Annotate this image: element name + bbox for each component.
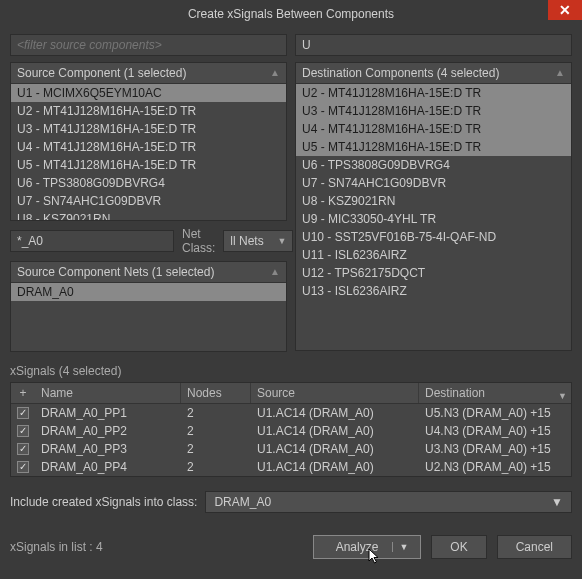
analyze-button[interactable]: Analyze▼ [313, 535, 422, 559]
list-item[interactable]: U5 - MT41J128M16HA-15E:D TR [296, 138, 571, 156]
net-filter-input[interactable] [10, 230, 174, 252]
xsignals-table[interactable]: + Name Nodes Source Destination ▼ ✓DRAM_… [10, 382, 572, 477]
cell-source: U1.AC14 (DRAM_A0) [251, 423, 419, 439]
source-component-header: Source Component (1 selected)▲ [11, 63, 286, 84]
window-title: Create xSignals Between Components [188, 7, 394, 21]
col-destination[interactable]: Destination [419, 383, 571, 403]
dest-filter-input[interactable] [295, 34, 572, 56]
dest-component-header: Destination Components (4 selected)▲ [296, 63, 571, 84]
include-class-combo[interactable]: DRAM_A0▼ [205, 491, 572, 513]
sort-icon: ▲ [555, 67, 565, 78]
chevron-down-icon: ▼ [551, 495, 563, 509]
checkbox[interactable]: ✓ [17, 461, 29, 473]
source-filter-input[interactable] [10, 34, 287, 56]
xsignals-count: xSignals in list : 4 [10, 540, 103, 554]
cancel-button[interactable]: Cancel [497, 535, 572, 559]
table-row[interactable]: ✓DRAM_A0_PP22U1.AC14 (DRAM_A0)U4.N3 (DRA… [11, 422, 571, 440]
cell-nodes: 2 [181, 405, 251, 421]
sort-icon: ▲ [270, 266, 280, 277]
xsignals-label: xSignals (4 selected) [10, 362, 572, 382]
source-nets-header: Source Component Nets (1 selected)▲ [11, 262, 286, 283]
cell-dest: U3.N3 (DRAM_A0) +15 [419, 441, 571, 457]
close-button[interactable]: ✕ [548, 0, 582, 20]
sort-icon: ▲ [270, 67, 280, 78]
col-check[interactable]: + [11, 383, 35, 403]
cell-source: U1.AC14 (DRAM_A0) [251, 459, 419, 475]
list-item[interactable]: U4 - MT41J128M16HA-15E:D TR [296, 120, 571, 138]
checkbox[interactable]: ✓ [17, 407, 29, 419]
table-row[interactable]: ✓DRAM_A0_PP12U1.AC14 (DRAM_A0)U5.N3 (DRA… [11, 404, 571, 422]
table-header: + Name Nodes Source Destination ▼ [11, 383, 571, 404]
checkbox[interactable]: ✓ [17, 443, 29, 455]
dest-component-list[interactable]: Destination Components (4 selected)▲ U2 … [295, 62, 572, 351]
list-item[interactable]: U4 - MT41J128M16HA-15E:D TR [11, 138, 286, 156]
cell-name: DRAM_A0_PP4 [35, 459, 181, 475]
list-item[interactable]: DRAM_A0 [11, 283, 286, 301]
list-item[interactable]: U3 - MT41J128M16HA-15E:D TR [296, 102, 571, 120]
list-item[interactable]: U2 - MT41J128M16HA-15E:D TR [296, 84, 571, 102]
list-item[interactable]: U2 - MT41J128M16HA-15E:D TR [11, 102, 286, 120]
list-item[interactable]: U12 - TPS62175DQCT [296, 264, 571, 282]
list-item[interactable]: U8 - KSZ9021RN [11, 210, 286, 220]
cell-name: DRAM_A0_PP2 [35, 423, 181, 439]
list-item[interactable]: U13 - ISL6236AIRZ [296, 282, 571, 300]
cell-name: DRAM_A0_PP3 [35, 441, 181, 457]
list-item[interactable]: U1 - MCIMX6Q5EYM10AC [11, 84, 286, 102]
table-row[interactable]: ✓DRAM_A0_PP42U1.AC14 (DRAM_A0)U2.N3 (DRA… [11, 458, 571, 476]
checkbox[interactable]: ✓ [17, 425, 29, 437]
source-nets-list[interactable]: Source Component Nets (1 selected)▲ DRAM… [10, 261, 287, 352]
cell-nodes: 2 [181, 441, 251, 457]
list-item[interactable]: U6 - TPS3808G09DBVRG4 [11, 174, 286, 192]
col-nodes[interactable]: Nodes [181, 383, 251, 403]
cell-nodes: 2 [181, 423, 251, 439]
chevron-down-icon[interactable]: ▼ [392, 542, 408, 552]
cell-name: DRAM_A0_PP1 [35, 405, 181, 421]
list-item[interactable]: U7 - SN74AHC1G09DBVR [296, 174, 571, 192]
cell-dest: U4.N3 (DRAM_A0) +15 [419, 423, 571, 439]
list-item[interactable]: U10 - SST25VF016B-75-4I-QAF-ND [296, 228, 571, 246]
source-component-list[interactable]: Source Component (1 selected)▲ U1 - MCIM… [10, 62, 287, 221]
cell-source: U1.AC14 (DRAM_A0) [251, 441, 419, 457]
cell-dest: U2.N3 (DRAM_A0) +15 [419, 459, 571, 475]
cell-nodes: 2 [181, 459, 251, 475]
titlebar: Create xSignals Between Components ✕ [0, 0, 582, 28]
include-label: Include created xSignals into class: [10, 495, 197, 509]
cell-dest: U5.N3 (DRAM_A0) +15 [419, 405, 571, 421]
net-class-label: Net Class: [178, 227, 219, 255]
net-class-combo[interactable]: ll Nets▼ [223, 230, 293, 252]
list-item[interactable]: U5 - MT41J128M16HA-15E:D TR [11, 156, 286, 174]
list-item[interactable]: U7 - SN74AHC1G09DBVR [11, 192, 286, 210]
scroll-icon: ▼ [558, 391, 567, 401]
list-item[interactable]: U8 - KSZ9021RN [296, 192, 571, 210]
list-item[interactable]: U3 - MT41J128M16HA-15E:D TR [11, 120, 286, 138]
list-item[interactable]: U6 - TPS3808G09DBVRG4 [296, 156, 571, 174]
list-item[interactable]: U11 - ISL6236AIRZ [296, 246, 571, 264]
chevron-down-icon: ▼ [277, 236, 286, 246]
col-source[interactable]: Source [251, 383, 419, 403]
table-row[interactable]: ✓DRAM_A0_PP32U1.AC14 (DRAM_A0)U3.N3 (DRA… [11, 440, 571, 458]
col-name[interactable]: Name [35, 383, 181, 403]
ok-button[interactable]: OK [431, 535, 486, 559]
cell-source: U1.AC14 (DRAM_A0) [251, 405, 419, 421]
list-item[interactable]: U9 - MIC33050-4YHL TR [296, 210, 571, 228]
